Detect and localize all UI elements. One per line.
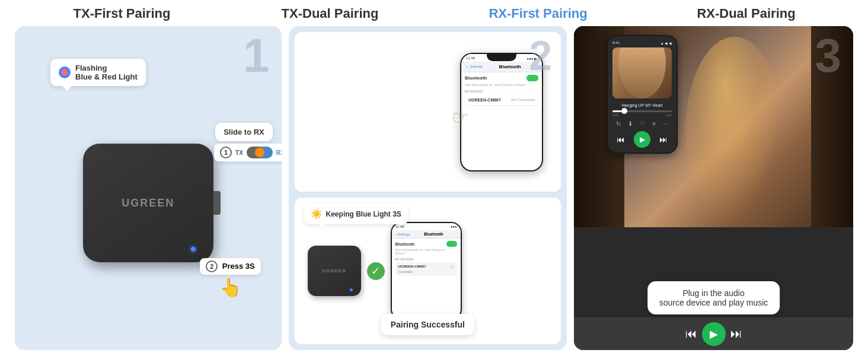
check-success-icon: ✓ <box>367 262 385 280</box>
car-scene: 9:41 ▲ ◀ ◀ Hanging UP MY Heart <box>574 26 853 350</box>
hand-tap-icon: ☞ <box>452 106 469 129</box>
main-container: TX-First Pairing TX-Dual Pairing RX-Firs… <box>0 0 868 356</box>
previous-button[interactable]: ⏮ <box>617 135 625 144</box>
step-number-2: 2 <box>529 35 552 77</box>
callout-slide: Slide to RX <box>215 123 273 141</box>
header-tx-first: TX-First Pairing <box>18 6 226 21</box>
album-art-bg <box>612 47 672 98</box>
phone-in-car-holder: 9:41 ▲ ◀ ◀ Hanging UP MY Heart <box>607 35 678 154</box>
hand-press-icon: 👆 <box>219 277 241 298</box>
plug-callout: Plug in the audio source device and play… <box>647 281 780 314</box>
pairing-successful-callout: Pairing Successful <box>381 314 474 335</box>
music-progress: 0:00 4:21 <box>612 110 672 117</box>
queue-icon[interactable]: ≡ <box>653 120 656 127</box>
small-ugreen-device: UGREEN <box>308 246 361 296</box>
step-number-3: 3 <box>815 32 842 80</box>
sub-panel-pairing: ☀️ Keeping Blue Light 3S UGREEN ✓ 11:48 … <box>295 198 561 344</box>
device-area: UGREEN Slide to RX 1 TX <box>15 26 282 350</box>
play-button[interactable]: ▶ <box>634 131 650 148</box>
song-title: Hanging UP MY Heart <box>612 103 672 107</box>
progress-bar-track[interactable] <box>612 110 672 112</box>
playback-controls: ⏮ ▶ ⏭ <box>612 131 672 148</box>
tx-label: TX <box>235 150 243 156</box>
download-icon[interactable]: ⬇ <box>628 120 633 127</box>
step-circle-1: 1 <box>220 147 232 158</box>
more-icon[interactable]: ··· <box>663 120 668 127</box>
device-port <box>213 191 221 215</box>
device-list-item[interactable]: UGREEN-CM667 Not Connected <box>465 95 538 105</box>
pairing-phone-screen: 11:48 ●●● ‹ Settings Bluetooth Bluetooth <box>392 223 461 319</box>
panels-row: 1 Flashing Blue & Red Light UGREEN <box>12 26 856 350</box>
music-status-bar: 9:41 ▲ ◀ ◀ <box>612 41 672 45</box>
progress-thumb <box>621 108 627 114</box>
toggle-row: 1 TX RX <box>220 147 281 158</box>
plug-text-line2: source device and play music <box>659 298 768 307</box>
ugreen-device: UGREEN <box>83 144 213 262</box>
press-area: 2 Press 3S 👆 <box>200 258 261 298</box>
panel-tx-first: 1 Flashing Blue & Red Light UGREEN <box>15 26 282 350</box>
panel-rx-first: 3 9:41 <box>574 26 853 350</box>
keeping-callout: ☀️ Keeping Blue Light 3S <box>304 204 409 224</box>
pairing-phone-mockup: 11:48 ●●● ‹ Settings Bluetooth Bluetooth <box>391 222 462 320</box>
prev-track-icon[interactable]: ⏮ <box>685 327 697 341</box>
step-number-1: 1 <box>243 32 270 80</box>
device-led <box>191 247 196 252</box>
rx-label: RX <box>276 150 282 156</box>
car-playback-bar: ⏮ ▶ ⏭ <box>574 317 853 350</box>
progress-fill <box>612 110 621 112</box>
sun-icon: ☀️ <box>311 208 323 220</box>
header-rx-first: RX-First Pairing <box>434 6 642 21</box>
music-control-icons: ↻ ⬇ ♡ ≡ ··· <box>612 120 672 127</box>
section-headers: TX-First Pairing TX-Dual Pairing RX-Firs… <box>12 6 856 21</box>
toggle-thumb <box>255 148 264 157</box>
phone-notch <box>487 53 516 61</box>
small-device-led <box>350 288 353 291</box>
device-logo: UGREEN <box>122 197 174 209</box>
panel-tx-dual: 2 11:48 ●●● ▶ ‹ Settings Bluetooth <box>289 26 567 350</box>
album-art <box>612 47 672 98</box>
toggle-track[interactable] <box>247 147 273 158</box>
plug-text-line1: Plug in the audio <box>659 288 768 298</box>
repeat-icon[interactable]: ↻ <box>616 120 621 127</box>
main-play-button[interactable]: ▶ <box>702 322 726 346</box>
heart-icon[interactable]: ♡ <box>640 120 645 127</box>
header-rx-dual: RX-Dual Pairing <box>642 6 850 21</box>
next-track-icon[interactable]: ⏭ <box>730 327 742 341</box>
callout-press: 2 Press 3S <box>200 258 261 275</box>
progress-times: 0:00 4:21 <box>612 113 672 117</box>
toggle-container: 1 TX RX <box>214 144 281 161</box>
music-app-screen: 9:41 ▲ ◀ ◀ Hanging UP MY Heart <box>608 36 676 152</box>
next-button[interactable]: ⏭ <box>659 135 668 144</box>
header-tx-dual: TX-Dual Pairing <box>226 6 434 21</box>
sub-panel-bluetooth: 2 11:48 ●●● ▶ ‹ Settings Bluetooth <box>295 32 561 192</box>
